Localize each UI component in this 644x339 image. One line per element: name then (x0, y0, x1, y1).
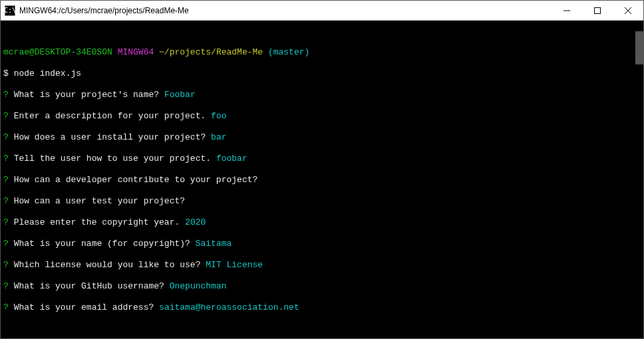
close-button[interactable] (613, 1, 643, 20)
blank-line (3, 324, 641, 334)
question-line: ? How can a user test your project? (3, 196, 641, 207)
maximize-button[interactable] (582, 1, 613, 20)
question-line: ? Tell the user how to use your project.… (3, 154, 641, 164)
question-line: ? Which license would you like to use? M… (3, 260, 641, 271)
app-icon: C:\ (5, 5, 15, 16)
prompt-line: mcrae@DESKTOP-34E0SON MINGW64 ~/projects… (3, 47, 641, 58)
question-line: ? What is your email address? saitama@he… (3, 302, 641, 313)
window-controls (552, 1, 643, 20)
question-line: ? Please enter the copyright year. 2020 (3, 217, 641, 228)
question-line: ? What is your GitHub username? Onepunch… (3, 281, 641, 292)
question-line: ? How does a user install your project? … (3, 132, 641, 143)
question-line: ? What is your name (for copyright)? Sai… (3, 239, 641, 249)
minimize-button[interactable] (552, 1, 582, 20)
question-line: ? How can a developer contribute to your… (3, 175, 641, 185)
terminal-body[interactable]: mcrae@DESKTOP-34E0SON MINGW64 ~/projects… (1, 21, 643, 338)
question-line: ? What is your project's name? Foobar (3, 90, 641, 100)
terminal-window: C:\ MINGW64:/c/Users/mcrae/projects/Read… (0, 0, 644, 339)
command-line: $ node index.js (3, 68, 641, 79)
scrollbar-thumb[interactable] (635, 31, 643, 64)
titlebar[interactable]: C:\ MINGW64:/c/Users/mcrae/projects/Read… (1, 1, 643, 21)
question-line: ? Enter a description for your project. … (3, 111, 641, 122)
window-title: MINGW64:/c/Users/mcrae/projects/ReadMe-M… (19, 6, 552, 15)
svg-rect-1 (595, 7, 601, 13)
